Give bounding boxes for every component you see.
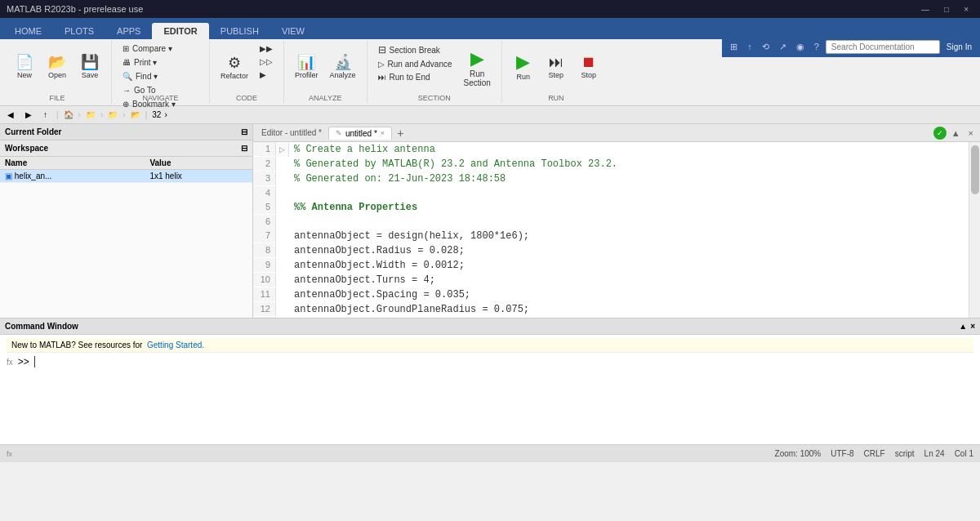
profiler-button[interactable]: 📊 Profiler [291,52,323,82]
stop-label: Stop [581,71,597,79]
code-btn-2[interactable]: ▷▷ [256,56,277,68]
topright-btn-5[interactable]: ◉ [793,40,808,54]
current-folder-label: Current Folder [5,127,61,136]
nav-forward[interactable]: ▶ [21,109,36,121]
nav-up[interactable]: ↑ [39,109,51,121]
new-tab-button[interactable]: + [394,127,407,139]
nav-back[interactable]: ◀ [3,109,18,121]
section-small-btns: ⊟ Section Break ▷ Run and Advance ⏭ Run … [374,42,457,95]
command-window-scroll-up[interactable]: ▲ [959,322,967,331]
workspace-cell-name: ▣ helix_an... [0,170,145,183]
tab-edit-icon: ✎ [336,129,342,137]
line-content[interactable]: %% Antenna Properties [289,201,969,215]
stop-button[interactable]: ⏹ Stop [574,52,604,82]
line-content[interactable]: antennaObject.GroundPlaneRadius = 0.075; [289,303,969,317]
open-icon: 📂 [48,55,66,69]
line-number: 10 [253,273,276,287]
line-content[interactable]: % Create a helix antenna [289,143,969,157]
line-number: 4 [253,186,276,200]
line-content[interactable]: antennaObject.Width = 0.0012; [289,259,969,273]
line-content[interactable]: % Generated by MATLAB(R) 23.2 and Antenn… [289,158,969,171]
code-btn-1[interactable]: ▶▶ [256,42,277,55]
signin-button[interactable]: Sign In [943,41,975,53]
statusbar-encoding: UTF-8 [831,449,853,458]
statusbar-left: fx [7,450,12,458]
editor-close[interactable]: × [965,128,977,138]
line-content[interactable]: antennaObject.Turns = 4; [289,274,969,287]
tab-editor[interactable]: EDITOR [152,23,208,39]
section-group-label: SECTION [368,94,501,102]
code-btn-3[interactable]: ▶ [256,69,277,81]
tab-apps[interactable]: APPS [105,23,152,39]
file-group-label: FILE [3,94,111,102]
step-icon: ⏭ [549,55,564,69]
editor-scroll-up[interactable]: ▲ [948,128,964,138]
tab-close-button[interactable]: × [381,129,385,137]
step-button[interactable]: ⏭ Step [541,52,571,82]
statusbar-zoom: Zoom: 100% [775,449,822,458]
run-button[interactable]: ▶ Run [509,51,538,83]
tab-publish[interactable]: PUBLISH [209,23,270,39]
save-button[interactable]: 💾 Save [75,52,105,82]
save-icon: 💾 [81,55,99,69]
topright-btn-3[interactable]: ⟲ [759,40,773,54]
command-input-cursor[interactable] [34,356,35,367]
new-button[interactable]: 📄 New [10,52,39,82]
notice-link[interactable]: Getting Started. [147,341,204,350]
editor-scrollbar[interactable] [969,142,980,318]
refactor-button[interactable]: ⚙ Refactor [216,53,252,82]
main-area: Current Folder ⊟ Workspace ⊟ Name Value [0,124,980,444]
scroll-thumb[interactable] [971,145,979,194]
topright-btn-4[interactable]: ↗ [776,40,790,54]
line-number: 1 [253,142,276,156]
command-prompt: fx >> [7,353,973,371]
topright-btn-6[interactable]: ? [811,40,822,53]
line-content[interactable]: antennaObject.Radius = 0.028; [289,244,969,258]
analyze-label: Analyze [330,71,356,79]
code-line: 4 [253,186,969,200]
analyze-button[interactable]: 🔬 Analyze [326,52,360,82]
command-window-close[interactable]: × [970,322,975,331]
close-button[interactable]: × [959,3,973,16]
topright-btn-2[interactable]: ↑ [744,40,755,53]
section-break-label: Section Break [390,46,440,55]
col-value: Value [145,157,252,170]
command-window-controls: ▲ × [959,322,975,331]
compare-button[interactable]: ⊞ Compare ▾ [118,42,176,55]
run-and-advance-button[interactable]: ▷ Run and Advance [374,58,457,70]
tab-view[interactable]: VIEW [270,23,316,39]
tab-label: untitled * [345,129,377,138]
topright-btn-1[interactable]: ⊞ [727,40,741,54]
window-controls[interactable]: — □ × [916,3,973,16]
col-name: Name [0,157,145,170]
ribbon-group-run: ▶ Run ⏭ Step ⏹ Stop RUN [502,41,610,104]
command-window-header: Command Window ▲ × [0,318,980,335]
line-content[interactable]: antennaObject = design(helix, 1800*1e6); [289,229,969,243]
code-line: 7antennaObject = design(helix, 1800*1e6)… [253,229,969,243]
line-content[interactable]: antennaObject.Spacing = 0.035; [289,288,969,302]
line-number: 2 [253,157,276,171]
run-section-button[interactable]: ▶ RunSection [460,47,495,90]
find-button[interactable]: 🔍 Find ▾ [118,70,162,82]
code-editor[interactable]: 1▷% Create a helix antenna2% Generated b… [253,142,980,318]
line-number: 11 [253,287,276,301]
section-break-button[interactable]: ⊟ Section Break [374,42,457,57]
editor-tab-untitled[interactable]: ✎ untitled * × [328,127,392,140]
minimize-button[interactable]: — [916,3,934,16]
line-content[interactable]: % Generated on: 21-Jun-2023 18:48:58 [289,172,969,186]
run-end-icon: ⏭ [378,73,386,82]
run-to-end-button[interactable]: ⏭ Run to End [374,71,457,83]
tab-home[interactable]: HOME [3,23,53,39]
tab-plots[interactable]: PLOTS [53,23,105,39]
run-advance-icon: ▷ [378,60,385,69]
open-button[interactable]: 📂 Open [42,52,72,82]
run-icon: ▶ [516,53,530,71]
maximize-button[interactable]: □ [939,3,954,16]
search-input[interactable] [826,40,940,54]
analyze-icon: 🔬 [334,55,352,69]
left-panel: Current Folder ⊟ Workspace ⊟ Name Value [0,124,253,318]
print-button[interactable]: 🖶 Print ▾ [118,56,161,69]
current-folder-toggle[interactable]: ⊟ [241,127,247,136]
workspace-toggle[interactable]: ⊟ [241,144,247,153]
workspace-row[interactable]: ▣ helix_an... 1x1 helix [0,170,252,183]
